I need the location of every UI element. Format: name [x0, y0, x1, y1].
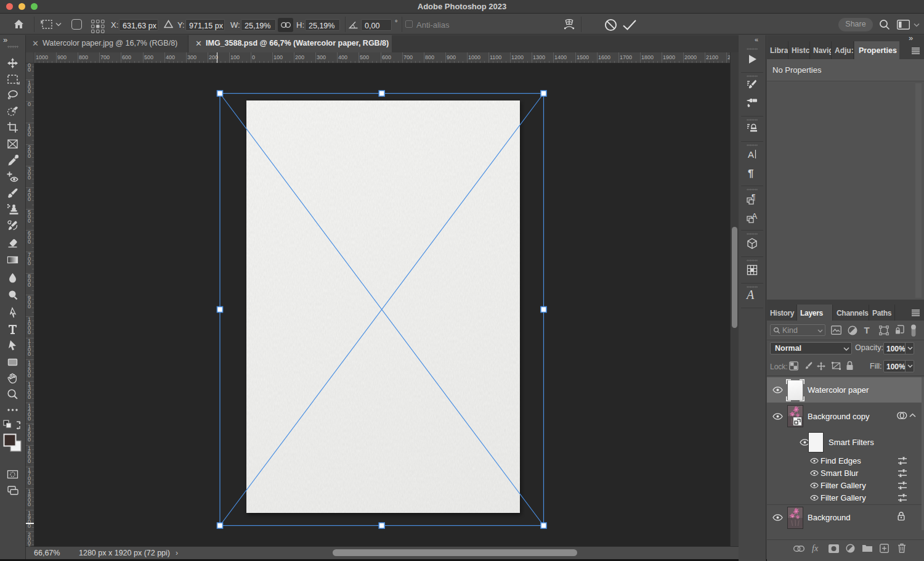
- svg-text:A: A: [748, 149, 754, 160]
- svg-text:¶: ¶: [748, 168, 753, 179]
- svg-text:T: T: [864, 326, 870, 335]
- svg-text:A: A: [752, 211, 758, 221]
- svg-text:¶: ¶: [752, 193, 755, 202]
